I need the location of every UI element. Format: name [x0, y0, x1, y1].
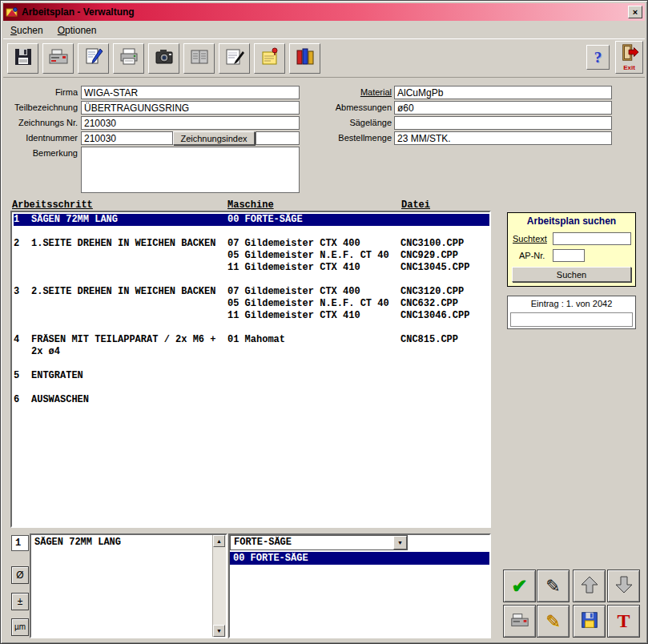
floppy-disk-icon [579, 610, 600, 633]
header-datei: Datei [401, 199, 430, 211]
workstep-nr: 3 [14, 286, 31, 298]
diameter-button[interactable]: Ø [11, 566, 29, 584]
write-button[interactable] [219, 43, 250, 74]
machine-print-icon [509, 610, 530, 633]
workstep-row[interactable]: 5 ENTGRATEN [14, 370, 489, 382]
edit-document-button[interactable] [78, 43, 109, 74]
menu-optionen[interactable]: Optionen [50, 23, 104, 38]
exit-door-icon [619, 43, 640, 65]
material-field[interactable] [394, 86, 612, 99]
confirm-button[interactable]: ✔ [503, 570, 536, 602]
text-tool-icon: T [617, 610, 630, 632]
abmessungen-field[interactable] [394, 101, 612, 115]
zeichnungs-nr-field[interactable] [81, 116, 300, 130]
sticky-note-button[interactable] [254, 43, 285, 74]
machine-file: CNC3120.CPP [400, 286, 489, 298]
machine-print-button[interactable] [503, 605, 536, 638]
save-step-button[interactable] [573, 605, 606, 638]
copy-machine-button[interactable] [42, 43, 74, 74]
move-down-button[interactable] [607, 570, 640, 602]
scroll-up-icon: ▲ [216, 538, 222, 544]
archive-button[interactable] [289, 43, 320, 74]
workstep-row[interactable]: 2 1.SEITE DREHEN IN WEICHEN BACKEN 07 Gi… [14, 238, 489, 274]
zeichnungsindex-field[interactable] [256, 131, 300, 145]
close-button[interactable]: × [628, 6, 642, 18]
machine-name: 01 Mahomat [227, 334, 400, 346]
scroll-down-icon: ▼ [216, 628, 222, 634]
bemerkung-field[interactable] [81, 147, 300, 193]
machine-combobox[interactable]: FORTE-SÄGE ▼ [230, 535, 408, 550]
zeichnungs-nr-label: Zeichnungs Nr. [1, 116, 78, 130]
saegelaenge-field[interactable] [394, 116, 612, 130]
workstep-text: 2.SEITE DREHEN IN WEICHEN BACKEN [31, 286, 227, 298]
workstep-text: ENTGRATEN [31, 370, 227, 382]
identnummer-label: Identnummer [1, 131, 78, 145]
workstep-nr: 4 [14, 334, 31, 346]
save-button[interactable] [7, 43, 38, 74]
machine-file: CNC3100.CPP [400, 238, 489, 250]
archive-books-icon [294, 46, 316, 70]
toolbar [3, 38, 645, 78]
suchtext-label: Suchtext [513, 234, 547, 244]
machine-name: 07 Gildemeister CTX 400 [227, 286, 400, 298]
abmessungen-label: Abmessungen [305, 101, 392, 115]
bestellmenge-label: Bestellmenge [305, 131, 392, 145]
move-up-button[interactable] [573, 570, 606, 602]
menu-bar: Suchen Optionen [3, 22, 645, 38]
menu-suchen[interactable]: Suchen [3, 23, 50, 38]
machine-name: 07 Gildemeister CTX 400 [227, 238, 400, 250]
micrometer-button[interactable]: µm [11, 618, 29, 636]
photo-button[interactable] [148, 43, 179, 74]
workstep-row[interactable]: 3 2.SEITE DREHEN IN WEICHEN BACKEN 07 Gi… [14, 286, 489, 322]
firma-field[interactable] [81, 86, 300, 99]
machine-file: CNC815.CPP [400, 334, 489, 346]
workstep-row[interactable]: 6 AUSWASCHEN [14, 394, 489, 406]
saegelaenge-label: Sägelänge [305, 116, 392, 130]
help-button[interactable]: ? [586, 45, 610, 70]
teilbezeichnung-field[interactable] [81, 101, 300, 115]
scroll-up-button[interactable]: ▲ [213, 535, 225, 547]
workstep-text: AUSWASCHEN [31, 394, 227, 406]
machine-file: CNC13045.CPP [400, 262, 489, 274]
machine-list-item-selected[interactable]: 00 FORTE-SÄGE [230, 552, 489, 565]
bemerkung-label: Bemerkung [1, 147, 78, 160]
machine-name: 11 Gildemeister CTX 410 [227, 310, 400, 322]
step-text-value: SÄGEN 72MM LANG [34, 537, 121, 548]
card-index-button[interactable] [183, 43, 215, 74]
apnr-field[interactable] [553, 249, 585, 262]
worksteps-table: 1 SÄGEN 72MM LANG 00 FORTE-SÄGE 2 1.SEIT… [10, 211, 491, 528]
print-icon [118, 46, 140, 70]
header-arbeitsschritt: Arbeitsschritt [12, 199, 93, 211]
text-tool-button[interactable]: T [607, 605, 640, 638]
scroll-down-button[interactable]: ▼ [213, 625, 225, 637]
bestellmenge-field[interactable] [394, 131, 612, 145]
card-index-icon [188, 46, 211, 70]
workstep-row[interactable]: 4 FRÄSEN MIT TEILAPPARAT / 2x M6 + 2x ø4… [14, 334, 489, 358]
zeichnungsindex-button[interactable]: Zeichnungsindex [173, 131, 255, 145]
teilbezeichnung-label: Teilbezeichnung [1, 101, 78, 115]
exit-button[interactable]: Exit [615, 41, 643, 74]
close-icon: × [633, 7, 638, 17]
workstep-nr: 1 [14, 214, 31, 226]
identnummer-field[interactable] [81, 131, 173, 145]
step-text-editor[interactable]: SÄGEN 72MM LANG ▲ ▼ [30, 533, 227, 638]
edit-pen-button[interactable]: ✎ [537, 570, 570, 602]
app-icon [6, 6, 18, 18]
suchtext-field[interactable] [553, 232, 631, 245]
machine-name: 00 FORTE-SÄGE [227, 214, 400, 226]
copy-machine-icon [47, 46, 70, 70]
combo-dropdown-button[interactable]: ▼ [393, 536, 407, 549]
arrow-down-icon [614, 574, 634, 598]
workstep-nr: 5 [14, 370, 31, 382]
plusminus-button[interactable]: ± [11, 593, 29, 610]
entry-info-box: Eintrag : 1. von 2042 [507, 296, 636, 329]
exit-label: Exit [623, 64, 635, 71]
machine-name: 05 Gildemeister N.E.F. CT 40 [227, 250, 400, 262]
machine-name: 05 Gildemeister N.E.F. CT 40 [227, 298, 400, 310]
save-icon [12, 46, 34, 70]
suchen-button[interactable]: Suchen [512, 267, 631, 282]
workstep-row[interactable]: 1 SÄGEN 72MM LANG 00 FORTE-SÄGE [14, 214, 489, 226]
highlight-pen-button[interactable]: ✎ [537, 605, 570, 638]
print-button[interactable] [113, 43, 144, 74]
editor-scrollbar[interactable]: ▲ ▼ [212, 535, 226, 637]
